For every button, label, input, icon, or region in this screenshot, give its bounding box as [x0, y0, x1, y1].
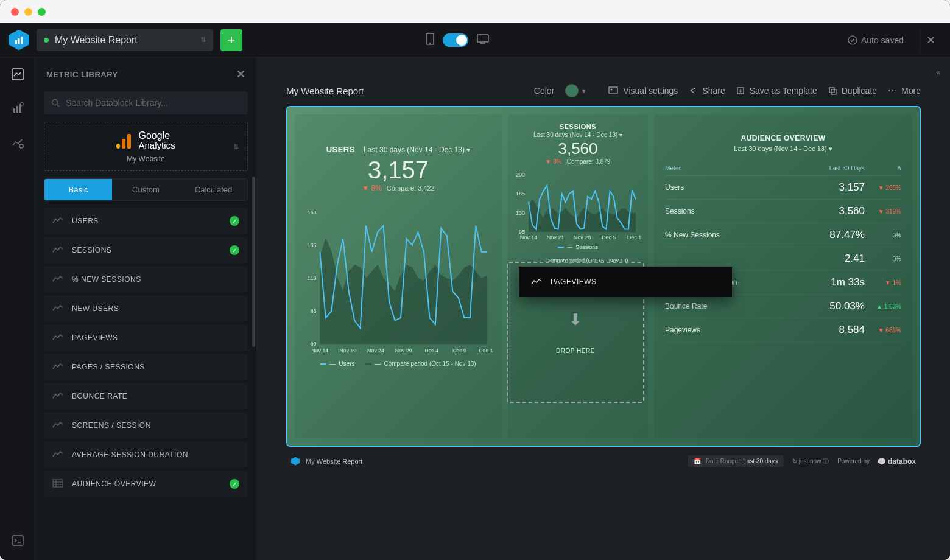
- canvas: « My Website Report Color ▾ Visual setti…: [257, 57, 950, 560]
- sessions-value: 3,560: [514, 139, 642, 158]
- share-button[interactable]: Share: [689, 86, 725, 96]
- svg-text:85: 85: [311, 308, 317, 314]
- panel-close-icon[interactable]: ✕: [236, 68, 246, 81]
- line-chart-icon: [52, 479, 63, 489]
- metrics-list: USERS ✓ SESSIONS ✓ % NEW SESSIONS NEW US…: [35, 208, 256, 500]
- tab-custom[interactable]: Custom: [112, 179, 180, 200]
- mac-close-dot[interactable]: [11, 8, 19, 16]
- metric-label: SESSIONS: [72, 246, 111, 254]
- search-placeholder: Search Datablock Library...: [66, 98, 168, 108]
- nav-users-icon[interactable]: [9, 134, 26, 151]
- more-button[interactable]: ⋯ More: [888, 86, 921, 96]
- collapse-panel-icon[interactable]: «: [936, 68, 940, 77]
- footer-report-name: My Website Report: [306, 458, 362, 465]
- metric-row[interactable]: PAGEVIEWS: [44, 325, 248, 351]
- nav-terminal-icon[interactable]: [9, 532, 26, 549]
- users-chart: 6085110135160Nov 14Nov 19Nov 24Nov 29Dec…: [303, 205, 493, 357]
- table-row: Users3,157▼ 265%: [665, 176, 901, 200]
- drop-label: DROP HERE: [556, 348, 595, 354]
- metric-tabs: Basic Custom Calculated: [44, 178, 248, 201]
- app-logo[interactable]: [9, 30, 29, 51]
- bars-icon: [13, 35, 24, 46]
- nav-databoard-icon[interactable]: [9, 66, 26, 83]
- audience-head-value: Last 30 Days: [810, 165, 865, 172]
- dashboard[interactable]: USERS Last 30 days (Nov 14 - Dec 13) ▾ 3…: [286, 106, 921, 447]
- app: My Website Report ⇅ + Auto saved ✕: [0, 23, 950, 560]
- device-toggle[interactable]: [443, 33, 468, 47]
- sessions-delta: ▼ 8%: [546, 158, 562, 165]
- line-chart-icon: [52, 362, 63, 373]
- sessions-chart: 95130165200Nov 14Nov 21Nov 28Dec 5Dec 13: [514, 169, 642, 242]
- source-property: My Website: [127, 155, 164, 163]
- metric-row[interactable]: SCREENS / SESSION: [44, 413, 248, 438]
- metric-row[interactable]: BOUNCE RATE: [44, 383, 248, 409]
- svg-rect-2: [21, 37, 23, 44]
- check-icon: ✓: [230, 216, 239, 226]
- data-source-selector[interactable]: Google Analytics My Website ⇅: [44, 122, 248, 171]
- svg-text:130: 130: [516, 210, 525, 216]
- svg-text:Nov 24: Nov 24: [367, 348, 384, 354]
- footer-logo: [291, 457, 300, 466]
- date-range-pill[interactable]: 📅 Date Range Last 30 days: [688, 455, 784, 467]
- line-chart-icon: [52, 421, 63, 431]
- drag-chip-pageviews[interactable]: PAGEVIEWS: [519, 267, 732, 297]
- close-button[interactable]: ✕: [920, 29, 941, 51]
- auto-saved-label: Auto saved: [861, 35, 904, 45]
- audience-head-delta: Δ: [865, 165, 901, 172]
- color-picker[interactable]: ▾: [565, 84, 585, 97]
- tab-calculated[interactable]: Calculated: [180, 179, 247, 200]
- users-compare: Compare: 3,422: [387, 184, 435, 192]
- metric-row[interactable]: AUDIENCE OVERVIEW ✓: [44, 471, 248, 497]
- chevron-updown-icon: ⇅: [200, 36, 206, 44]
- report-selector[interactable]: My Website Report ⇅: [37, 29, 213, 51]
- sessions-title: SESSIONS: [514, 123, 642, 130]
- topbar: My Website Report ⇅ + Auto saved ✕: [0, 23, 950, 57]
- mac-max-dot[interactable]: [38, 8, 46, 16]
- chevron-updown-icon: ⇅: [233, 142, 239, 150]
- users-legend: — Users — Compare period (Oct 15 - Nov 1…: [303, 360, 493, 367]
- auto-saved-status: Auto saved: [848, 35, 904, 45]
- svg-text:Nov 28: Nov 28: [574, 234, 591, 240]
- save-template-button[interactable]: Save as Template: [736, 86, 817, 96]
- metric-row[interactable]: AVERAGE SESSION DURATION: [44, 442, 248, 467]
- add-button[interactable]: +: [220, 29, 242, 51]
- metric-library-panel: METRIC LIBRARY ✕ Search Datablock Librar…: [35, 57, 257, 560]
- tab-basic[interactable]: Basic: [44, 179, 112, 200]
- svg-line-17: [57, 105, 60, 107]
- svg-rect-5: [477, 35, 488, 42]
- metric-row[interactable]: SESSIONS ✓: [44, 237, 248, 263]
- color-label: Color: [534, 86, 554, 96]
- metric-row[interactable]: NEW USERS: [44, 296, 248, 321]
- svg-text:160: 160: [308, 209, 317, 215]
- users-label: USERS: [326, 145, 355, 154]
- drag-chip-label: PAGEVIEWS: [551, 278, 597, 286]
- line-chart-icon: [52, 216, 63, 226]
- audience-table: Metric Last 30 Days Δ Users3,157▼ 265%Se…: [665, 161, 901, 342]
- body: METRIC LIBRARY ✕ Search Datablock Librar…: [0, 57, 950, 560]
- visual-settings-button[interactable]: Visual settings: [608, 86, 678, 96]
- search-input[interactable]: Search Datablock Library...: [44, 91, 248, 114]
- metric-row[interactable]: USERS ✓: [44, 208, 248, 234]
- scrollbar-thumb[interactable]: [252, 177, 255, 347]
- svg-point-23: [611, 89, 613, 91]
- duplicate-button[interactable]: Duplicate: [828, 86, 877, 96]
- nav-metrics-icon[interactable]: [9, 100, 26, 117]
- line-chart-icon: [52, 304, 63, 314]
- metric-label: SCREENS / SESSION: [72, 421, 151, 430]
- dots-icon: ⋯: [888, 86, 896, 96]
- svg-text:Nov 29: Nov 29: [395, 348, 412, 354]
- table-row: Bounce Rate50.03%▲ 1.63%: [665, 295, 901, 318]
- mobile-icon[interactable]: [426, 33, 434, 47]
- mac-min-dot[interactable]: [24, 8, 32, 16]
- metric-row[interactable]: % NEW SESSIONS: [44, 267, 248, 292]
- svg-rect-1: [18, 38, 20, 44]
- svg-text:60: 60: [311, 341, 317, 347]
- metric-row[interactable]: PAGES / SESSIONS: [44, 354, 248, 380]
- svg-rect-22: [609, 87, 618, 93]
- audience-head-metric: Metric: [665, 165, 810, 172]
- desktop-icon[interactable]: [477, 34, 489, 46]
- board-header: My Website Report Color ▾ Visual setting…: [275, 75, 932, 106]
- metric-label: NEW USERS: [72, 304, 119, 313]
- users-card[interactable]: USERS Last 30 days (Nov 14 - Dec 13) ▾ 3…: [295, 114, 502, 438]
- board-title: My Website Report: [286, 86, 364, 96]
